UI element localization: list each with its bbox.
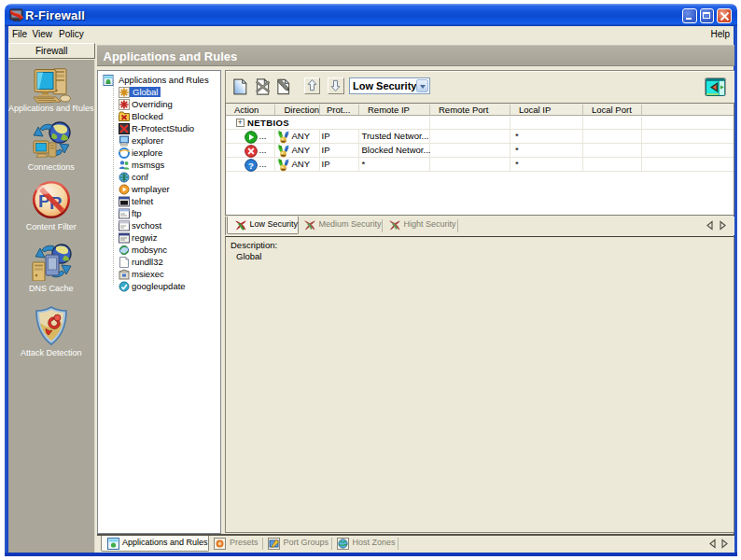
svg-text:?: ? xyxy=(248,160,254,170)
